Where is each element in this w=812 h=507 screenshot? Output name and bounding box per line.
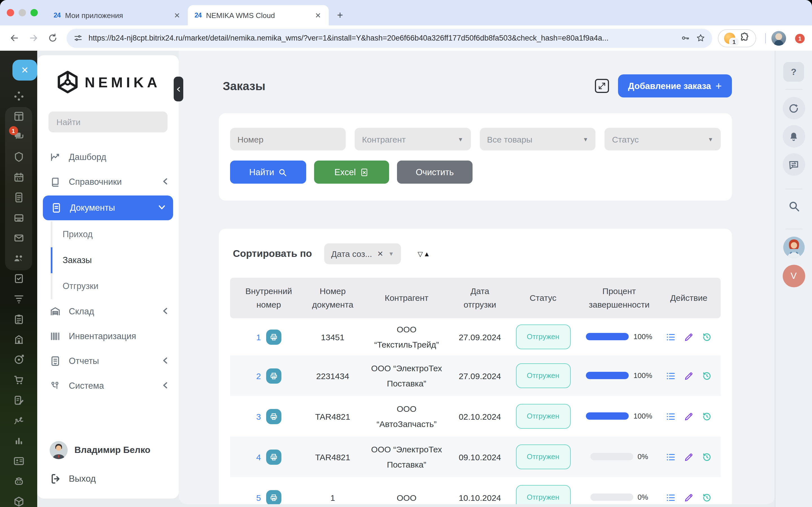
shield-icon[interactable] (13, 147, 24, 167)
messenger-icon[interactable] (782, 153, 805, 176)
address-bar[interactable]: https://b24-nj8cpt.bitrix24.ru/market/de… (66, 29, 712, 48)
funnel-icon[interactable] (13, 288, 24, 309)
order-number-link[interactable]: 4 (256, 449, 261, 464)
site-settings-icon[interactable] (73, 33, 83, 43)
table-row[interactable]: 1 13451 ООО “ТекстильТрейд” 27.09.2024 О… (230, 318, 721, 355)
window-controls[interactable] (7, 0, 47, 25)
add-order-button[interactable]: Добавление заказа + (618, 74, 732, 98)
order-number-link[interactable]: 3 (256, 409, 261, 424)
notifications-bell-icon[interactable] (782, 125, 805, 148)
remove-sort-icon[interactable]: ✕ (377, 249, 384, 258)
calendar-icon[interactable] (13, 167, 24, 187)
drawer-icon[interactable] (13, 207, 24, 228)
profile-initial-avatar[interactable]: V (782, 265, 805, 287)
print-button[interactable] (266, 368, 281, 383)
sidebar-item-reports[interactable]: Отчеты (37, 349, 179, 374)
mail-icon[interactable] (13, 228, 24, 248)
sidebar-item-directories[interactable]: Справочники (37, 170, 179, 194)
forward-icon[interactable] (25, 30, 42, 47)
history-icon[interactable] (702, 332, 712, 342)
password-key-icon[interactable] (680, 33, 690, 43)
order-items-icon[interactable] (665, 492, 676, 503)
find-button[interactable]: Найти (230, 161, 306, 184)
zoom-window-button[interactable] (31, 9, 38, 16)
bookmark-star-icon[interactable] (696, 33, 705, 43)
history-icon[interactable] (702, 371, 712, 381)
close-window-button[interactable] (7, 9, 14, 16)
network-icon[interactable] (13, 86, 24, 106)
tab-my-apps[interactable]: 24 Мои приложения ✕ (47, 5, 188, 25)
tab-nemika-wms[interactable]: 24 NEMIKA WMS Cloud ✕ (188, 5, 329, 25)
sidebar-item-warehouse[interactable]: Склад (37, 299, 179, 324)
order-items-icon[interactable] (665, 411, 676, 421)
edit-pencil-icon[interactable] (683, 492, 694, 503)
number-input[interactable] (230, 128, 346, 151)
sort-field-chip[interactable]: Дата соз... ✕ ▼ (324, 243, 401, 264)
order-items-icon[interactable] (665, 452, 676, 462)
bars-icon[interactable] (13, 431, 24, 451)
logout-button[interactable]: Выход (37, 465, 179, 491)
browser-profile-avatar[interactable] (771, 31, 786, 45)
people-icon[interactable] (13, 248, 24, 268)
close-app-button[interactable]: ✕ (12, 60, 37, 80)
print-button[interactable] (266, 329, 281, 344)
extensions-pill[interactable]: 1 (718, 29, 756, 47)
order-number-link[interactable]: 1 (256, 329, 261, 344)
help-button[interactable]: ? (783, 62, 804, 82)
sidebar-search-input[interactable]: Найти (49, 112, 167, 132)
print-button[interactable] (266, 490, 281, 504)
order-items-icon[interactable] (665, 332, 676, 342)
excel-button[interactable]: Excel (314, 161, 389, 184)
order-items-icon[interactable] (665, 371, 676, 381)
clear-button[interactable]: Очистить (397, 161, 472, 184)
assistant-avatar[interactable] (783, 237, 804, 258)
robot-icon[interactable] (13, 471, 24, 491)
order-number-link[interactable]: 5 (256, 490, 261, 504)
close-tab-icon[interactable]: ✕ (313, 10, 323, 20)
sidebar-item-documents[interactable]: Документы (43, 195, 173, 220)
new-tab-button[interactable]: + (332, 7, 348, 23)
print-button[interactable] (266, 409, 281, 424)
url-text[interactable]: https://b24-nj8cpt.bitrix24.ru/market/de… (89, 34, 675, 42)
sidebar-item-system[interactable]: Система (37, 374, 179, 398)
document-icon[interactable] (13, 187, 24, 207)
search-icon[interactable] (788, 200, 800, 215)
close-tab-icon[interactable]: ✕ (172, 10, 182, 20)
chat-icon[interactable]: 1 (13, 126, 24, 147)
kanban-icon[interactable] (13, 106, 24, 126)
sort-direction-icons[interactable]: ▽▲ (417, 250, 430, 258)
table-row[interactable]: 2 2231434 ООО “ЭлектроТех Поставка” 27.0… (230, 355, 721, 396)
signature-icon[interactable] (13, 410, 24, 431)
extensions-puzzle-icon[interactable] (740, 32, 750, 44)
sidebar-item-dashboard[interactable]: Дашборд (37, 145, 179, 170)
sidebar-collapse-button[interactable] (174, 76, 183, 101)
building-icon[interactable] (13, 329, 24, 349)
fullscreen-expand-icon[interactable] (595, 79, 609, 93)
print-button[interactable] (266, 449, 281, 464)
table-row[interactable]: 4 TAR4821 ООО “ЭлектроТех Поставка” 09.1… (230, 437, 721, 477)
table-row[interactable]: 5 1 ООО 10.10.2024 Отгружен 0% (230, 477, 721, 504)
history-icon[interactable] (702, 452, 712, 462)
edit-pencil-icon[interactable] (683, 411, 694, 421)
sidebar-item-inventory[interactable]: Инвентаризация (37, 324, 179, 349)
edit-pencil-icon[interactable] (683, 332, 694, 342)
minimize-window-button[interactable] (18, 9, 26, 16)
order-number-link[interactable]: 2 (256, 368, 261, 383)
target-icon[interactable] (13, 349, 24, 370)
status-select[interactable]: Статус▼ (605, 128, 721, 151)
sidebar-subitem-incoming[interactable]: Приход (51, 221, 179, 247)
edit-pencil-icon[interactable] (683, 371, 694, 381)
reload-icon[interactable] (44, 30, 61, 47)
docpen-icon[interactable] (13, 390, 24, 410)
table-row[interactable]: 3 TAR4821 ООО “АвтоЗапчасть” 02.10.2024 … (230, 396, 721, 437)
history-icon[interactable] (702, 411, 712, 421)
cube-icon[interactable] (13, 491, 24, 507)
history-icon[interactable] (702, 492, 712, 503)
idcard-icon[interactable] (13, 451, 24, 471)
sidebar-subitem-orders[interactable]: Заказы (51, 247, 179, 273)
extension-orange-icon[interactable]: 1 (724, 33, 735, 44)
back-icon[interactable] (6, 30, 22, 47)
contractor-select[interactable]: Контрагент▼ (355, 128, 470, 151)
goods-select[interactable]: Все товары▼ (479, 128, 596, 151)
cart-icon[interactable] (13, 370, 24, 390)
